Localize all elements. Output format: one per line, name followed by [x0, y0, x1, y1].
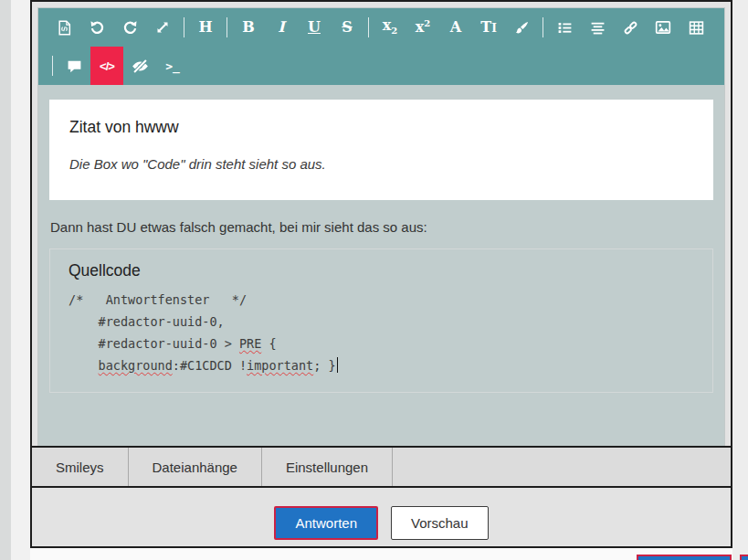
code-line: #redactor-uuid-0 > PRE {	[68, 333, 694, 354]
font-color-icon: A	[450, 20, 461, 35]
font-size-icon: TI	[480, 20, 497, 35]
table-icon	[689, 20, 704, 36]
link-icon	[623, 20, 638, 36]
code-button[interactable]: </>	[90, 47, 123, 85]
form-footer: Antworten Vorschau	[32, 488, 731, 546]
superscript-button[interactable]: x2	[406, 8, 439, 47]
tab-einstellungen[interactable]: Einstellungen	[262, 448, 393, 486]
subscript-icon: x2	[383, 18, 398, 36]
toolbar-separator	[227, 17, 227, 37]
code-line: background:#C1CDCD !important; }	[68, 354, 694, 376]
alignment-icon	[590, 20, 606, 36]
reply-form-container: HBIUSx2x2ATI </>>_ Zitat von hwww Die Bo…	[30, 0, 732, 548]
maximize-button[interactable]	[146, 8, 179, 47]
page-right-gutter	[732, 0, 748, 560]
editor-toolbar: HBIUSx2x2ATI </>>_	[38, 8, 724, 85]
spoiler-icon	[132, 58, 149, 75]
editor-content-area[interactable]: Zitat von hwww Die Box wo "Code" drin st…	[38, 85, 724, 447]
font-color-button[interactable]: A	[439, 8, 472, 47]
subscript-button[interactable]: x2	[374, 8, 406, 47]
redo-icon	[122, 20, 138, 36]
italic-button[interactable]: I	[265, 8, 298, 47]
bold-icon: B	[242, 20, 255, 35]
code-box: Quellcode /* Antwortfenster */ #redactor…	[49, 248, 713, 393]
underline-button[interactable]: U	[298, 8, 331, 47]
strikethrough-icon: S	[342, 20, 353, 35]
page: HBIUSx2x2ATI </>>_ Zitat von hwww Die Bo…	[0, 0, 748, 560]
spoiler-button[interactable]	[123, 47, 156, 85]
code-content: /* Antwortfenster */ #redactor-uuid-0, #…	[68, 289, 694, 376]
submit-button[interactable]: Antworten	[274, 506, 378, 540]
table-button[interactable]	[680, 8, 712, 47]
bold-button[interactable]: B	[232, 8, 265, 47]
terminal-button[interactable]: >_	[156, 47, 189, 85]
message-editor: HBIUSx2x2ATI </>>_ Zitat von hwww Die Bo…	[37, 7, 725, 448]
brush-icon	[514, 20, 530, 36]
text-caret	[337, 357, 339, 373]
quote-button[interactable]	[58, 47, 90, 85]
redo-button[interactable]	[113, 8, 146, 47]
strikethrough-button[interactable]: S	[331, 8, 363, 47]
toolbar-row-1: HBIUSx2x2ATI	[38, 8, 724, 47]
link-button[interactable]	[614, 8, 647, 47]
preview-button[interactable]: Vorschau	[391, 506, 489, 540]
toolbar-separator	[368, 17, 369, 37]
image-icon	[655, 19, 671, 36]
heading-icon: H	[198, 20, 212, 35]
underline-icon: U	[308, 20, 321, 35]
image-button[interactable]	[647, 8, 680, 47]
tab-label: Einstellungen	[286, 460, 368, 475]
tab-label: Smileys	[56, 460, 104, 475]
tab-smileys[interactable]: Smileys	[32, 448, 129, 486]
code-box-title: Quellcode	[68, 261, 694, 280]
heading-button[interactable]: H	[189, 8, 222, 47]
toolbar-separator	[184, 17, 184, 37]
quote-icon	[67, 58, 82, 74]
code-line: /* Antwortfenster */	[68, 289, 694, 311]
terminal-icon: >_	[165, 60, 180, 72]
quote-box: Zitat von hwww Die Box wo "Code" drin st…	[49, 100, 713, 200]
source-code-icon	[57, 20, 72, 36]
cutoff-submit-button[interactable]	[637, 555, 732, 560]
editor-tab-bar: SmileysDateianhängeEinstellungen	[32, 446, 731, 488]
toolbar-separator	[543, 17, 543, 37]
alignment-button[interactable]	[581, 8, 614, 47]
tab-dateianhaenge[interactable]: Dateianhänge	[129, 448, 262, 486]
toolbar-separator	[52, 56, 53, 76]
source-code-button[interactable]	[47, 8, 80, 47]
tab-label: Dateianhänge	[153, 460, 237, 475]
brush-button[interactable]	[505, 8, 538, 47]
message-paragraph: Dann hast DU etwas falsch gemacht, bei m…	[50, 219, 713, 235]
superscript-icon: x2	[416, 19, 431, 35]
italic-icon: I	[278, 20, 284, 35]
maximize-icon	[155, 20, 170, 35]
quote-title: Zitat von hwww	[69, 118, 693, 137]
undo-button[interactable]	[80, 8, 113, 47]
cutoff-submit-button-2[interactable]	[740, 555, 748, 560]
undo-icon	[90, 20, 105, 36]
unordered-list-button[interactable]	[548, 8, 581, 47]
page-left-gutter	[11, 0, 30, 560]
toolbar-row-2: </>>_	[38, 47, 724, 85]
code-icon: </>	[100, 60, 114, 72]
font-size-button[interactable]: TI	[472, 8, 505, 47]
quote-body: Die Box wo "Code" drin steht sieht so au…	[69, 156, 693, 172]
code-line: #redactor-uuid-0,	[68, 311, 694, 333]
page-left-strip	[0, 0, 11, 560]
unordered-list-icon	[557, 20, 573, 36]
